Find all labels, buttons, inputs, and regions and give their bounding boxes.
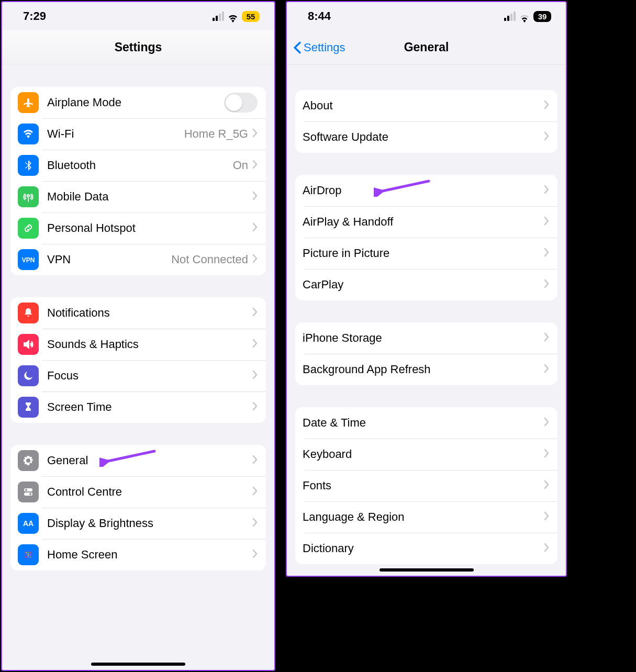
switches-icon <box>18 481 39 502</box>
settings-row-screen-time[interactable]: Screen Time <box>10 391 266 423</box>
chevron-right-icon <box>544 216 549 228</box>
svg-point-15 <box>30 556 31 558</box>
moon-icon <box>18 365 39 386</box>
back-button[interactable]: Settings <box>293 41 345 54</box>
settings-row-about[interactable]: About <box>295 90 557 121</box>
settings-row-carplay[interactable]: CarPlay <box>295 269 557 300</box>
settings-row-dictionary[interactable]: Dictionary <box>295 533 557 564</box>
settings-row-control-centre[interactable]: Control Centre <box>10 476 266 508</box>
settings-row-airdrop[interactable]: AirDrop <box>295 175 557 206</box>
settings-row-date-time[interactable]: Date & Time <box>295 407 557 439</box>
status-bar: 8:44 39 <box>287 2 566 30</box>
settings-row-bluetooth[interactable]: BluetoothOn <box>10 150 266 181</box>
chevron-right-icon <box>252 222 258 234</box>
antenna-icon <box>18 186 39 207</box>
settings-row-fonts[interactable]: Fonts <box>295 470 557 501</box>
hourglass-icon <box>18 397 39 418</box>
settings-row-focus[interactable]: Focus <box>10 360 266 391</box>
phone-general: 8:44 39 Settings General AboutSoftware U… <box>286 1 567 577</box>
row-label: Keyboard <box>303 447 544 461</box>
svg-point-4 <box>29 493 31 495</box>
status-indicators: 39 <box>504 11 551 22</box>
settings-row-display-brightness[interactable]: AADisplay & Brightness <box>10 508 266 539</box>
settings-scroll[interactable]: Airplane ModeWi-FiHome R_5GBluetoothOnMo… <box>2 65 274 670</box>
chevron-right-icon <box>544 279 549 290</box>
link-icon <box>18 218 39 239</box>
chevron-right-icon <box>544 480 549 491</box>
chevron-right-icon <box>252 370 258 382</box>
toggle-switch[interactable] <box>224 93 258 113</box>
battery-indicator: 39 <box>533 11 551 22</box>
row-label: General <box>47 454 252 467</box>
chevron-right-icon <box>544 248 549 259</box>
row-label: Date & Time <box>303 416 544 430</box>
svg-point-14 <box>28 556 29 558</box>
settings-group: AboutSoftware Update <box>295 90 557 153</box>
settings-row-wi-fi[interactable]: Wi-FiHome R_5G <box>10 118 266 150</box>
settings-row-vpn[interactable]: VPNVPNNot Connected <box>10 244 266 275</box>
row-label: AirPlay & Handoff <box>303 215 544 229</box>
settings-row-notifications[interactable]: Notifications <box>10 297 266 329</box>
settings-row-sounds-haptics[interactable]: Sounds & Haptics <box>10 329 266 360</box>
page-title: General <box>404 40 449 54</box>
chevron-right-icon <box>544 332 549 344</box>
settings-row-home-screen[interactable]: Home Screen <box>10 539 266 570</box>
chevron-right-icon <box>252 401 258 413</box>
page-title: Settings <box>115 40 162 54</box>
home-indicator[interactable] <box>380 568 474 572</box>
settings-row-keyboard[interactable]: Keyboard <box>295 439 557 470</box>
row-label: Sounds & Haptics <box>47 338 252 351</box>
row-label: Wi-Fi <box>47 127 184 141</box>
row-label: Language & Region <box>303 510 544 524</box>
chevron-right-icon <box>544 364 549 375</box>
row-label: Screen Time <box>47 400 252 414</box>
row-label: About <box>303 99 544 113</box>
row-value: On <box>233 159 248 172</box>
row-label: VPN <box>47 253 171 266</box>
row-label: Mobile Data <box>47 190 252 204</box>
row-value: Not Connected <box>171 253 248 266</box>
chevron-right-icon <box>252 191 258 203</box>
settings-row-software-update[interactable]: Software Update <box>295 121 557 153</box>
svg-point-11 <box>28 554 29 556</box>
row-label: Airplane Mode <box>47 96 224 109</box>
row-label: Software Update <box>303 130 544 144</box>
nav-header: Settings General <box>287 30 566 65</box>
chevron-right-icon <box>544 100 549 111</box>
settings-row-airplay-handoff[interactable]: AirPlay & Handoff <box>295 206 557 238</box>
svg-point-10 <box>26 554 27 556</box>
general-scroll[interactable]: AboutSoftware UpdateAirDropAirPlay & Han… <box>287 65 566 576</box>
grid-icon <box>18 544 39 565</box>
settings-group: Date & TimeKeyboardFontsLanguage & Regio… <box>295 407 557 564</box>
settings-row-language-region[interactable]: Language & Region <box>295 501 557 533</box>
battery-indicator: 55 <box>242 11 260 22</box>
settings-row-personal-hotspot[interactable]: Personal Hotspot <box>10 212 266 244</box>
chevron-right-icon <box>252 254 258 265</box>
home-indicator[interactable] <box>91 663 185 666</box>
status-bar: 7:29 55 <box>2 2 274 30</box>
settings-row-iphone-storage[interactable]: iPhone Storage <box>295 322 557 354</box>
row-label: Bluetooth <box>47 159 233 172</box>
chevron-right-icon <box>544 511 549 523</box>
settings-row-picture-in-picture[interactable]: Picture in Picture <box>295 238 557 269</box>
cellular-signal-icon <box>504 12 516 21</box>
settings-row-general[interactable]: General <box>10 445 266 476</box>
row-label: Notifications <box>47 306 252 320</box>
chevron-right-icon <box>252 160 258 171</box>
row-label: Focus <box>47 369 252 383</box>
settings-row-background-app-refresh[interactable]: Background App Refresh <box>295 354 557 385</box>
chevron-right-icon <box>544 417 549 429</box>
chevron-right-icon <box>252 549 258 561</box>
settings-row-mobile-data[interactable]: Mobile Data <box>10 181 266 212</box>
chevron-right-icon <box>544 185 549 196</box>
settings-row-airplane-mode[interactable]: Airplane Mode <box>10 87 266 118</box>
row-label: Personal Hotspot <box>47 221 252 235</box>
chevron-right-icon <box>252 307 258 319</box>
settings-group: AirDropAirPlay & HandoffPicture in Pictu… <box>295 175 557 300</box>
row-label: Picture in Picture <box>303 247 544 260</box>
svg-text:VPN: VPN <box>22 256 35 264</box>
settings-group: iPhone StorageBackground App Refresh <box>295 322 557 385</box>
row-label: Display & Brightness <box>47 517 252 530</box>
back-label: Settings <box>304 41 345 54</box>
chevron-right-icon <box>252 486 258 498</box>
